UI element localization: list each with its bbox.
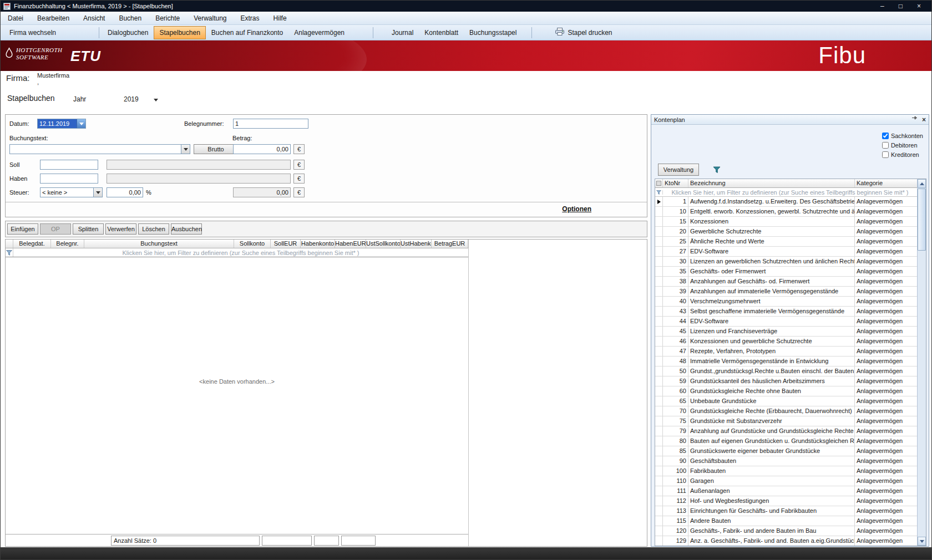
kontenplan-row[interactable]: 46 Konzessionen und gewerbliche Schutzre…	[655, 337, 917, 347]
kontenplan-row[interactable]: 20 Gewerbliche Schutzrechte Anlagevermög…	[655, 227, 917, 237]
kontenplan-row[interactable]: 70 Grundstücksgleiche Rechte (Erbbaurech…	[655, 406, 917, 416]
kontenplan-row[interactable]: 85 Grunstückswerte eigener bebauter Grun…	[655, 446, 917, 456]
toolbar-button[interactable]: Stapelbuchen	[154, 26, 205, 39]
kontenplan-row[interactable]: 59 Grundstücksanteil des häuslichen Arbe…	[655, 376, 917, 386]
kontenplan-row[interactable]: 30 Lizenzen an gewerblichen Schutzrechte…	[655, 257, 917, 267]
kontenplan-row[interactable]: 27 EDV-Software Anlagevermögen	[655, 247, 917, 257]
kontenplan-filter-row[interactable]: Klicken Sie hier, um Filter zu definiere…	[655, 188, 917, 197]
firma-wechseln-button[interactable]: Firma wechseln	[4, 26, 62, 39]
action-button[interactable]: Löschen	[138, 223, 169, 235]
steuer-prozent-field[interactable]: 0,00	[107, 187, 143, 197]
kontenplan-row[interactable]: 47 Rezepte, Verfahren, Prototypen Anlage…	[655, 347, 917, 357]
menu-item[interactable]: Datei	[3, 12, 28, 24]
menu-item[interactable]: Berichte	[150, 12, 185, 24]
buchungstext-combo[interactable]	[9, 144, 190, 154]
grid-column-header[interactable]: Sollkonto	[234, 240, 271, 248]
grid-filter-hint[interactable]: Klicken Sie hier, um Filter zu definiere…	[13, 250, 468, 256]
minimize-button[interactable]: –	[880, 2, 884, 10]
toolbar-button[interactable]: Buchungsstapel	[464, 26, 522, 39]
kontenplan-row[interactable]: 111 Außenanlagen Anlagevermögen	[655, 486, 917, 496]
kontenplan-row[interactable]: 113 Einrichtungen für Geschäfts- und Fab…	[655, 506, 917, 516]
toolbar-button[interactable]: Dialogbuchen	[102, 26, 154, 39]
haben-konto-field[interactable]	[40, 174, 98, 184]
kontenplan-row[interactable]: 1 Aufwendg.f.d.Instandsetzg. u.Erweiterg…	[655, 197, 917, 207]
grid-column-header[interactable]: UstSollkonto	[366, 240, 401, 248]
action-button[interactable]: Splitten	[73, 223, 104, 235]
kontenplan-row[interactable]: 65 Unbebaute Grundstücke Anlagevermögen	[655, 396, 917, 406]
toolbar-button[interactable]: Buchen auf Finanzkonto	[206, 26, 288, 39]
toolbar-button[interactable]: Journal	[386, 26, 419, 39]
kontenplan-row[interactable]: 45 Lizenzen und Franchiseverträge Anlage…	[655, 327, 917, 337]
kontenplan-row[interactable]: 35 Geschäfts- oder Firmenwert Anlageverm…	[655, 267, 917, 277]
kontenplan-row[interactable]: 38 Anzahlungen auf Geschäfts- od. Firmen…	[655, 277, 917, 287]
kontenplan-row[interactable]: 110 Garagen Anlagevermögen	[655, 476, 917, 486]
grid-column-header[interactable]: SollEUR	[271, 240, 301, 248]
optionen-link[interactable]: Optionen	[562, 205, 591, 213]
soll-konto-field[interactable]	[40, 160, 98, 170]
kontenplan-filter-icon[interactable]	[711, 164, 722, 175]
column-header-bezeichnung[interactable]: Bezeichnung	[688, 179, 855, 187]
action-button[interactable]: Ausbuchen	[171, 223, 202, 235]
kontenplan-row[interactable]: 80 Bauten auf eigenen Grundstücken u. Gr…	[655, 436, 917, 446]
kontenplan-row[interactable]: 75 Grundstücke mit Substanzverzehr Anlag…	[655, 416, 917, 426]
pin-icon[interactable]	[911, 116, 918, 123]
action-button[interactable]: Einfügen	[7, 223, 38, 235]
grid-column-header[interactable]: Habenkonto	[301, 240, 335, 248]
konto-type-checkbox[interactable]: Sachkonten	[882, 133, 923, 139]
kontenplan-row[interactable]: 60 Grundstücksgleiche Rechte ohne Bauten…	[655, 386, 917, 396]
vertical-scrollbar[interactable]	[917, 179, 926, 546]
brutto-button[interactable]: Brutto	[194, 144, 238, 154]
kontenplan-row[interactable]: 43 Selbst geschaffene immaterielle Vermö…	[655, 307, 917, 317]
kontenplan-row[interactable]: 115 Andere Bauten Anlagevermögen	[655, 516, 917, 526]
steuer-combo[interactable]: < keine >	[40, 187, 103, 197]
kontenplan-row[interactable]: 25 Ähnliche Rechte und Werte Anlagevermö…	[655, 237, 917, 247]
checkbox-input[interactable]	[882, 133, 889, 139]
maximize-button[interactable]: □	[899, 2, 903, 10]
menu-item[interactable]: Verwaltung	[189, 12, 231, 24]
scrollbar-thumb[interactable]	[918, 189, 926, 251]
grid-filter-row[interactable]: Klicken Sie hier, um Filter zu definiere…	[6, 248, 468, 257]
checkbox-input[interactable]	[882, 142, 889, 149]
kontenplan-row[interactable]: 50 Grundst.,grundstücksgl.Rechte u.Baute…	[655, 366, 917, 376]
close-panel-icon[interactable]: ×	[922, 117, 926, 123]
kontenplan-row[interactable]: 79 Anzahlung auf Grundstücke und Grundst…	[655, 426, 917, 436]
toolbar-button[interactable]: Kontenblatt	[419, 26, 464, 39]
menu-item[interactable]: Bearbeiten	[32, 12, 74, 24]
grid-column-header[interactable]: BetragEUR	[432, 240, 468, 248]
column-header-ktonr[interactable]: KtoNr	[663, 179, 688, 187]
scroll-down-button[interactable]	[918, 537, 926, 546]
kontenplan-row[interactable]: 112 Hof- und Wegbesfestigungen Anlagever…	[655, 496, 917, 506]
kontenplan-row[interactable]: 40 Verschmelzungsmehrwert Anlagevermögen	[655, 297, 917, 307]
datum-dropdown-icon[interactable]	[77, 119, 85, 128]
konto-type-checkbox[interactable]: Kreditoren	[882, 151, 923, 158]
action-button[interactable]: OP	[40, 223, 71, 235]
jahr-select[interactable]: 2019	[124, 95, 139, 103]
menu-item[interactable]: Extras	[236, 12, 265, 24]
grid-column-header[interactable]: HabenEUR	[335, 240, 366, 248]
scroll-up-button[interactable]	[918, 179, 926, 188]
kontenplan-row[interactable]: 129 Anz. a. Geschäfts-, Fabrik- und and.…	[655, 536, 917, 546]
datum-field[interactable]: 12.11.2019	[37, 119, 86, 129]
kontenplan-row[interactable]: 10 Entgeltl. erworb. Konzessionen, gewer…	[655, 207, 917, 217]
grid-column-header[interactable]: Belegnr.	[51, 240, 84, 248]
buchungstext-dropdown-icon[interactable]	[181, 145, 190, 154]
close-button[interactable]: ×	[917, 2, 921, 10]
checkbox-input[interactable]	[882, 151, 889, 158]
kontenplan-filter-hint[interactable]: Klicken Sie hier, um Filter zu definiere…	[663, 189, 917, 196]
kontenplan-row[interactable]: 120 Geschäfts-, Fabrik- und andere Baute…	[655, 526, 917, 536]
menu-item[interactable]: Hilfe	[269, 12, 292, 24]
grid-column-header[interactable]: Belegdat.	[13, 240, 51, 248]
kontenplan-row[interactable]: 44 EDV-Software Anlagevermögen	[655, 317, 917, 327]
kontenplan-row[interactable]: 90 Geschäftsbauten Anlagevermögen	[655, 456, 917, 466]
menu-item[interactable]: Buchen	[114, 12, 146, 24]
kontenplan-row[interactable]: 15 Konzessionen Anlagevermögen	[655, 217, 917, 227]
kontenplan-row[interactable]: 39 Anzahlungen auf immaterielle Vermögen…	[655, 287, 917, 297]
menu-item[interactable]: Ansicht	[78, 12, 110, 24]
betrag-field[interactable]: 0,00	[233, 144, 291, 154]
verwaltung-button[interactable]: Verwaltung	[658, 164, 699, 176]
kontenplan-row[interactable]: 100 Fabrikbauten Anlagevermögen	[655, 466, 917, 476]
steuer-dropdown-icon[interactable]	[93, 188, 102, 197]
konto-type-checkbox[interactable]: Debitoren	[882, 142, 923, 149]
stapel-drucken-button[interactable]: Stapel drucken	[550, 26, 617, 39]
grid-column-header[interactable]: Buchungstext	[84, 240, 234, 248]
